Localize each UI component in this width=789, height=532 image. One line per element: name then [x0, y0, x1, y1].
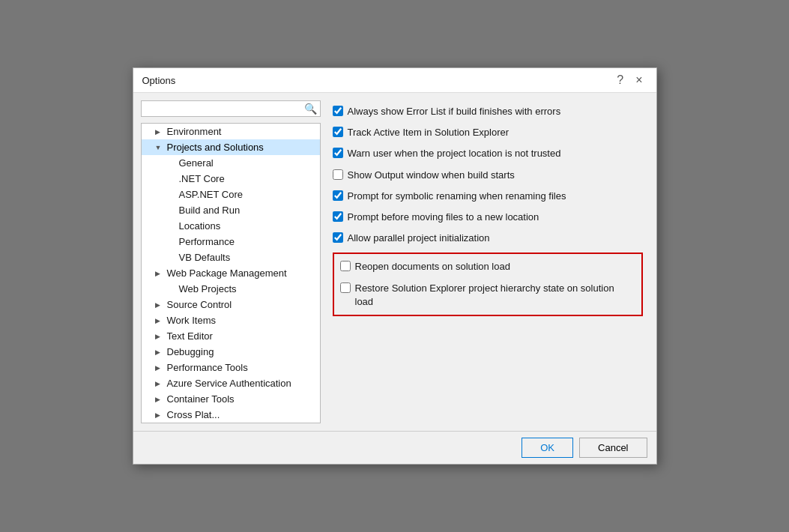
checkbox-warn-user[interactable]	[333, 148, 343, 158]
arrow-icon-perf-tools: ▶	[155, 364, 167, 372]
sidebar-item-label-environment: Environment	[167, 126, 317, 137]
sidebar-item-general[interactable]: General	[142, 155, 320, 171]
close-button[interactable]: ×	[631, 74, 647, 86]
sidebar-item-label-locations: Locations	[179, 220, 317, 232]
sidebar-item-label-net-core: .NET Core	[179, 173, 317, 184]
sidebar-item-label-container: Container Tools	[167, 393, 317, 405]
option-prompt-symbolic: Prompt for symbolic renaming when renami…	[333, 188, 643, 205]
search-input[interactable]	[145, 103, 304, 115]
sidebar-item-label-source-control: Source Control	[167, 299, 317, 310]
sidebar-item-debugging[interactable]: ▶ Debugging	[142, 344, 320, 360]
search-icon: 🔍	[304, 103, 317, 115]
arrow-icon-azure-auth: ▶	[155, 380, 167, 387]
arrow-icon-source-control: ▶	[155, 301, 167, 309]
sidebar-item-label-projects: Projects and Solutions	[167, 142, 317, 153]
sidebar-item-label-web-projects: Web Projects	[179, 283, 317, 294]
sidebar-item-vb-defaults[interactable]: VB Defaults	[142, 250, 320, 265]
sidebar-item-label-web-pkg: Web Package Management	[167, 267, 317, 279]
sidebar-item-label-text-editor: Text Editor	[167, 330, 317, 342]
option-show-output-window: Show Output window when build starts	[333, 167, 643, 184]
arrow-icon-container: ▶	[155, 396, 167, 403]
sidebar-item-label-perf-tools: Performance Tools	[167, 362, 317, 373]
title-bar: Options ? ×	[133, 68, 656, 93]
sidebar-item-label-work-items: Work Items	[167, 315, 317, 326]
label-prompt-symbolic: Prompt for symbolic renaming when renami…	[348, 190, 566, 203]
option-prompt-moving: Prompt before moving files to a new loca…	[333, 209, 643, 226]
sidebar-item-performance[interactable]: Performance	[142, 234, 320, 250]
option-always-show-error-list: Always show Error List if build finishes…	[333, 103, 643, 120]
sidebar-item-label-asp-net: ASP.NET Core	[179, 189, 317, 200]
sidebar-item-cross-platform[interactable]: ▶ Cross Plat...	[142, 407, 320, 423]
sidebar-item-label-azure-auth: Azure Service Authentication	[167, 378, 317, 389]
checkbox-prompt-moving[interactable]	[333, 211, 343, 222]
sidebar-item-environment[interactable]: ▶ Environment	[142, 124, 320, 139]
label-restore-solution-explorer: Restore Solution Explorer project hierar…	[355, 282, 635, 309]
arrow-icon-debugging: ▶	[155, 348, 167, 356]
sidebar-item-performance-tools[interactable]: ▶ Performance Tools	[142, 360, 320, 375]
arrow-icon-cross-plat: ▶	[155, 411, 167, 419]
sidebar-item-work-items[interactable]: ▶ Work Items	[142, 312, 320, 328]
sidebar-item-projects-and-solutions[interactable]: ▼ Projects and Solutions	[142, 139, 320, 155]
sidebar-item-label-cross-plat: Cross Plat...	[167, 409, 317, 420]
checkbox-show-output-window[interactable]	[333, 169, 343, 180]
option-track-active-item: Track Active Item in Solution Explorer	[333, 124, 643, 141]
sidebar-item-label-general: General	[179, 157, 317, 169]
sidebar-item-locations[interactable]: Locations	[142, 218, 320, 234]
sidebar-item-label-debugging: Debugging	[167, 346, 317, 357]
label-allow-parallel: Allow parallel project initialization	[348, 232, 490, 245]
sidebar-item-asp-net-core[interactable]: ASP.NET Core	[142, 187, 320, 202]
title-bar-buttons: ? ×	[612, 74, 647, 86]
arrow-icon-web-pkg: ▶	[155, 270, 167, 277]
label-reopen-documents: Reopen documents on solution load	[355, 260, 510, 273]
checkbox-restore-solution-explorer[interactable]	[340, 282, 351, 293]
label-prompt-moving: Prompt before moving files to a new loca…	[348, 211, 539, 224]
main-content: 🔍 ▶ Environment ▼ Projects and Solutions…	[133, 93, 656, 431]
left-panel: 🔍 ▶ Environment ▼ Projects and Solutions…	[141, 100, 321, 423]
option-allow-parallel: Allow parallel project initialization	[333, 230, 643, 247]
arrow-icon-work-items: ▶	[155, 317, 167, 324]
sidebar-item-net-core[interactable]: .NET Core	[142, 171, 320, 187]
checkbox-reopen-documents[interactable]	[340, 261, 351, 271]
label-show-output-window: Show Output window when build starts	[348, 169, 515, 182]
sidebar-item-label-build: Build and Run	[179, 205, 317, 216]
sidebar-item-label-performance: Performance	[179, 236, 317, 247]
arrow-icon-environment: ▶	[155, 128, 167, 136]
arrow-icon-projects: ▼	[155, 144, 167, 151]
sidebar-item-label-vb: VB Defaults	[179, 252, 317, 263]
sidebar-item-source-control[interactable]: ▶ Source Control	[142, 297, 320, 312]
sidebar-item-web-projects[interactable]: Web Projects	[142, 281, 320, 297]
cancel-button[interactable]: Cancel	[579, 438, 647, 458]
dialog-title: Options	[142, 75, 176, 86]
sidebar-item-container-tools[interactable]: ▶ Container Tools	[142, 391, 320, 407]
option-warn-user: Warn user when the project location is n…	[333, 145, 643, 162]
sidebar-item-web-package-management[interactable]: ▶ Web Package Management	[142, 265, 320, 281]
checkbox-allow-parallel[interactable]	[333, 232, 343, 243]
help-button[interactable]: ?	[612, 74, 628, 86]
arrow-icon-text-editor: ▶	[155, 333, 167, 340]
footer: OK Cancel	[133, 431, 656, 464]
ok-button[interactable]: OK	[522, 438, 573, 458]
label-warn-user: Warn user when the project location is n…	[348, 147, 561, 160]
sidebar-item-text-editor[interactable]: ▶ Text Editor	[142, 328, 320, 344]
highlighted-options-group: Reopen documents on solution load Restor…	[333, 253, 643, 316]
sidebar-item-azure-auth[interactable]: ▶ Azure Service Authentication	[142, 375, 320, 391]
search-box: 🔍	[141, 100, 321, 117]
label-track-active-item: Track Active Item in Solution Explorer	[348, 126, 510, 139]
option-reopen-documents: Reopen documents on solution load	[340, 259, 635, 275]
checkbox-always-show-error-list[interactable]	[333, 106, 343, 116]
right-panel: Always show Error List if build finishes…	[327, 100, 649, 423]
checkbox-track-active-item[interactable]	[333, 127, 343, 137]
tree-view: ▶ Environment ▼ Projects and Solutions G…	[141, 123, 321, 423]
options-dialog: Options ? × 🔍 ▶ Environment ▼	[133, 67, 657, 465]
sidebar-item-build-and-run[interactable]: Build and Run	[142, 202, 320, 218]
checkbox-prompt-symbolic[interactable]	[333, 190, 343, 201]
label-always-show-error-list: Always show Error List if build finishes…	[348, 105, 561, 118]
option-restore-solution-explorer: Restore Solution Explorer project hierar…	[340, 280, 635, 310]
